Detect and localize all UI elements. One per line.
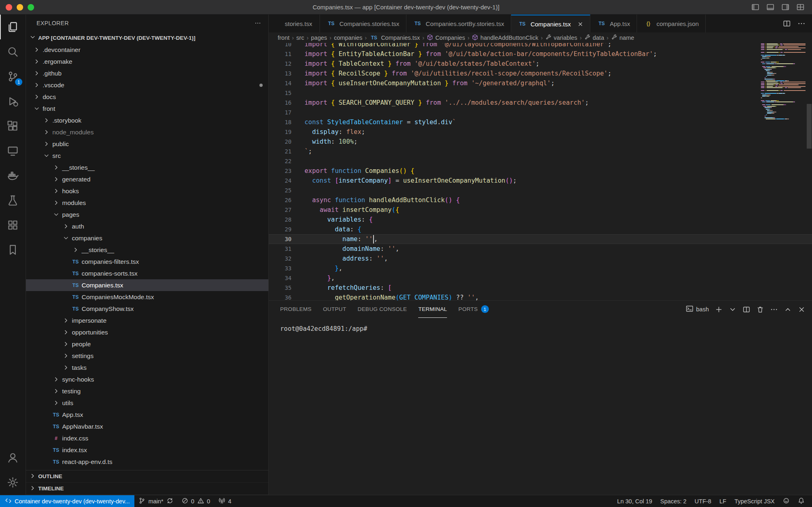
panel-tab-debug-console[interactable]: DEBUG CONSOLE <box>358 301 407 318</box>
tab-companies-json[interactable]: {}companies.json <box>637 15 706 32</box>
kill-terminal-button[interactable] <box>756 306 764 313</box>
split-editor-button[interactable] <box>783 19 791 28</box>
tree-item[interactable]: node_modules <box>26 126 268 138</box>
editor-more-actions-button[interactable] <box>797 19 806 28</box>
new-terminal-button[interactable] <box>715 306 723 313</box>
close-tab-button[interactable] <box>577 21 583 27</box>
tree-item[interactable]: impersonate <box>26 315 268 326</box>
activity-extensions[interactable] <box>0 114 26 138</box>
tree-item[interactable]: .storybook <box>26 114 268 126</box>
code-area[interactable]: 10import { WithTopBarContainer } from '@… <box>269 43 812 300</box>
code-line[interactable]: 35 refetchQueries: [ <box>269 283 812 293</box>
problems-status[interactable]: 0 0 <box>177 495 214 507</box>
tree-item[interactable]: TSAppNavbar.tsx <box>26 421 268 432</box>
tree-item[interactable]: __stories__ <box>26 244 268 256</box>
tab-companies-stories-tsx[interactable]: TSCompanies.stories.tsx <box>320 15 406 32</box>
tree-item[interactable]: .devcontainer <box>26 44 268 56</box>
code-line[interactable]: 18const StyledTableContainer = styled.di… <box>269 117 812 127</box>
tree-item[interactable]: pages <box>26 209 268 220</box>
tree-item[interactable]: companies <box>26 232 268 244</box>
code-line[interactable]: 24 const [insertCompany] = useInsertOneC… <box>269 176 812 186</box>
tree-item[interactable]: TSreact-app-env.d.ts <box>26 456 268 468</box>
breadcrumb-item[interactable]: Companies <box>427 34 465 42</box>
terminal-profile-dropdown[interactable] <box>729 306 736 313</box>
code-line[interactable]: 34 }, <box>269 273 812 283</box>
tree-item[interactable]: opportunities <box>26 326 268 338</box>
code-line[interactable]: 14import { useInsertOneCompanyMutation }… <box>269 78 812 88</box>
code-line[interactable]: 25 <box>269 186 812 195</box>
tree-item[interactable]: auth <box>26 220 268 232</box>
panel-tab-problems[interactable]: PROBLEMS <box>280 301 311 318</box>
tree-item[interactable]: TScompanies-filters.tsx <box>26 256 268 268</box>
toggle-primary-sidebar-button[interactable] <box>751 3 760 11</box>
breadcrumb-item[interactable]: handleAddButtonClick <box>472 34 538 42</box>
tree-item[interactable]: hooks <box>26 185 268 197</box>
customize-layout-button[interactable] <box>796 3 805 11</box>
tree-item[interactable]: testing <box>26 385 268 397</box>
code-line[interactable]: 15 <box>269 88 812 98</box>
tree-item[interactable]: TScompanies-sorts.tsx <box>26 268 268 279</box>
code-line[interactable]: 31 domainName: '', <box>269 244 812 254</box>
breadcrumb-item[interactable]: variables <box>545 34 577 42</box>
activity-accounts[interactable] <box>0 445 26 470</box>
tree-item[interactable]: people <box>26 338 268 350</box>
tab-companies-tsx[interactable]: TSCompanies.tsx <box>511 15 590 32</box>
tree-item[interactable]: sync-hooks <box>26 373 268 385</box>
explorer-more-actions-button[interactable] <box>255 20 261 26</box>
tree-item[interactable]: generated <box>26 173 268 185</box>
activity-docker[interactable] <box>0 163 26 188</box>
code-line[interactable]: 13import { RecoilScope } from '@/ui/util… <box>269 69 812 78</box>
toggle-secondary-sidebar-button[interactable] <box>781 3 790 11</box>
tree-item[interactable]: settings <box>26 350 268 362</box>
tree-item[interactable]: docs <box>26 91 268 103</box>
activity-remote-explorer[interactable] <box>0 138 26 163</box>
tree-item[interactable]: front <box>26 103 268 114</box>
code-line[interactable]: 10import { WithTopBarContainer } from '@… <box>269 43 812 49</box>
code-line[interactable]: 19 display: flex; <box>269 127 812 137</box>
language-mode-status[interactable]: TypeScript JSX <box>730 495 779 507</box>
tree-item[interactable]: TSApp.tsx <box>26 409 268 421</box>
tree-item[interactable]: .ergomake <box>26 56 268 67</box>
code-line[interactable]: 32 address: '', <box>269 254 812 263</box>
editor[interactable]: 10import { WithTopBarContainer } from '@… <box>269 43 812 300</box>
code-line[interactable]: 28 variables: { <box>269 215 812 224</box>
remote-indicator[interactable]: Container dev-twenty-dev (dev-twenty-dev… <box>0 495 134 507</box>
maximize-panel-button[interactable] <box>784 306 792 313</box>
cursor-position-status[interactable]: Ln 30, Col 19 <box>613 495 656 507</box>
close-window-button[interactable] <box>6 4 12 11</box>
feedback-button[interactable] <box>779 495 794 507</box>
tab-stories-tsx[interactable]: stories.tsx <box>269 15 320 32</box>
code-line[interactable]: 11import { EntityTableActionBar } from '… <box>269 49 812 59</box>
panel-more-actions-button[interactable] <box>770 306 778 313</box>
panel-tab-terminal[interactable]: TERMINAL <box>418 301 447 318</box>
activity-gitlens[interactable] <box>0 213 26 237</box>
tree-item[interactable]: utils <box>26 397 268 409</box>
terminal[interactable]: root@0a42ecd84891:/app# <box>269 318 812 495</box>
code-line[interactable]: 21`; <box>269 147 812 156</box>
editor-scrollbar[interactable] <box>807 104 812 149</box>
minimap[interactable] <box>761 43 806 120</box>
activity-settings[interactable] <box>0 470 26 495</box>
code-line[interactable]: 33 }, <box>269 263 812 273</box>
tree-item[interactable]: src <box>26 150 268 162</box>
tree-item[interactable]: .vscode <box>26 79 268 91</box>
breadcrumb-item[interactable]: pages <box>311 35 327 41</box>
code-line[interactable]: 27 await insertCompany({ <box>269 205 812 215</box>
code-line[interactable]: 26 async function handleAddButtonClick()… <box>269 195 812 205</box>
tree-item[interactable]: public <box>26 138 268 150</box>
tree-item[interactable]: #index.css <box>26 432 268 444</box>
code-line[interactable]: 12import { TableContext } from '@/ui/tab… <box>269 59 812 69</box>
eol-status[interactable]: LF <box>715 495 730 507</box>
code-line[interactable]: 36 getOperationName(GET_COMPANIES) ?? ''… <box>269 293 812 300</box>
breadcrumb-item[interactable]: companies <box>334 35 362 41</box>
activity-explorer[interactable] <box>0 15 26 39</box>
breadcrumb-item[interactable]: data <box>584 34 604 42</box>
workspace-section-header[interactable]: APP [CONTAINER DEV-TWENTY-DEV (DEV-TWENT… <box>26 32 268 44</box>
zoom-window-button[interactable] <box>28 4 34 11</box>
code-line[interactable]: 30 name: '', <box>269 234 812 244</box>
tree-item[interactable]: __stories__ <box>26 162 268 173</box>
code-line[interactable]: 20 width: 100%; <box>269 137 812 147</box>
timeline-section-header[interactable]: TIMELINE <box>26 483 268 495</box>
activity-live-share[interactable] <box>0 237 26 262</box>
tree-item[interactable]: TSCompanyShow.tsx <box>26 303 268 315</box>
